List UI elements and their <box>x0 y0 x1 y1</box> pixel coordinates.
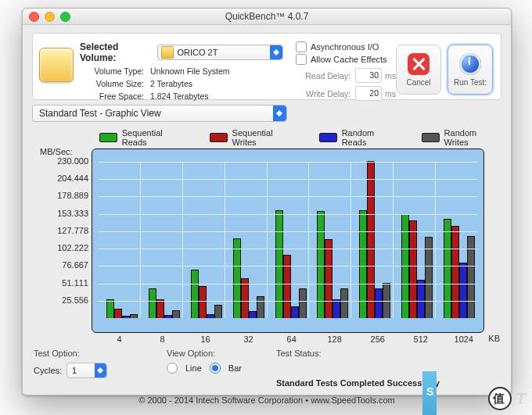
view-option-label: View Option: <box>167 349 276 358</box>
watermark-text: T <box>516 390 527 408</box>
volume-type-label: Volume Type: <box>80 66 144 76</box>
read-delay-input[interactable]: 30 <box>355 68 382 83</box>
legend-swatch-rand-reads <box>319 133 337 142</box>
header-panel: Selected Volume: ORICO 2T Volume Type:Un… <box>32 33 501 100</box>
watermark: 值 T <box>488 387 527 410</box>
test-status-label: Test Status: <box>276 349 500 358</box>
titlebar: QuickBench™ 4.0.7 <box>23 9 511 25</box>
read-delay-label: Read Delay: <box>296 71 350 80</box>
status-text: Standard Tests Completed Successfully <box>276 378 500 388</box>
selected-volume-label: Selected Volume: <box>80 41 151 63</box>
test-view-select[interactable]: Standard Test - Graphic View <box>32 105 287 122</box>
volume-type-value: Unknown File System <box>150 66 230 76</box>
cycles-select[interactable]: 1 <box>66 363 107 378</box>
write-delay-input[interactable]: 20 <box>355 86 382 101</box>
chevron-updown-icon <box>273 106 286 121</box>
y-axis-label: MB/Sec: <box>40 147 73 156</box>
test-option-label: Test Option: <box>34 349 167 358</box>
watermark-stripe <box>422 371 437 415</box>
line-radio[interactable] <box>167 363 178 374</box>
checkbox-icon <box>296 41 307 52</box>
free-space-value: 1.824 Terabytes <box>150 91 209 101</box>
write-delay-label: Write Delay: <box>296 89 350 98</box>
chart: Sequential Reads Sequential Writes Rando… <box>34 127 500 344</box>
cycles-label: Cycles: <box>34 366 62 375</box>
checkbox-icon <box>296 54 307 65</box>
write-delay-unit: ms <box>385 89 396 98</box>
run-test-button[interactable]: Run Test: <box>448 45 493 95</box>
legend-swatch-rand-writes <box>422 133 440 142</box>
drive-icon <box>39 48 74 82</box>
volume-name: ORICO 2T <box>177 48 270 57</box>
volume-size-label: Volume Size: <box>80 79 144 88</box>
legend-swatch-seq-writes <box>210 133 228 142</box>
options-column: Asynchronous I/O Allow Cache Effects Rea… <box>296 41 396 101</box>
async-io-checkbox[interactable]: Asynchronous I/O <box>296 41 396 52</box>
copyright: © 2000 - 2014 Intech Software Corporatio… <box>23 395 511 405</box>
stopwatch-icon <box>459 53 481 75</box>
volume-size-value: 2 Terabytes <box>150 79 192 88</box>
cancel-button[interactable]: Cancel <box>396 45 441 95</box>
legend-swatch-seq-reads <box>99 133 117 142</box>
window-title: QuickBench™ 4.0.7 <box>23 11 511 22</box>
volume-info: Selected Volume: ORICO 2T Volume Type:Un… <box>80 41 283 101</box>
zhi-badge-icon: 值 <box>488 387 512 410</box>
read-delay-unit: ms <box>385 71 396 80</box>
free-space-label: Free Space: <box>80 91 144 101</box>
x-axis-ticks: 481632641282565121024 <box>98 335 485 344</box>
app-window: QuickBench™ 4.0.7 Selected Volume: ORICO… <box>22 8 512 395</box>
cache-effects-checkbox[interactable]: Allow Cache Effects <box>296 54 396 65</box>
x-axis-unit: KB <box>488 334 500 343</box>
chevron-updown-icon <box>270 45 282 59</box>
volume-mini-icon <box>161 46 174 59</box>
plot-area <box>92 148 484 333</box>
cancel-icon <box>408 53 430 75</box>
bar-radio[interactable] <box>210 363 221 374</box>
chevron-updown-icon <box>95 363 106 377</box>
chart-legend: Sequential Reads Sequential Writes Rando… <box>34 127 500 148</box>
volume-select[interactable]: ORICO 2T <box>157 45 283 60</box>
